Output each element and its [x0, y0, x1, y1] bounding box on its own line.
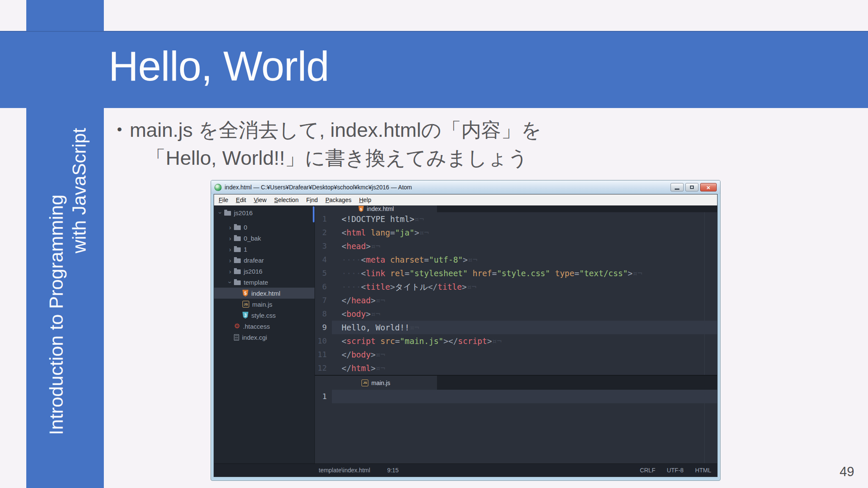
file-icon	[234, 334, 239, 341]
token-pln: <!DOCTYPE html>	[342, 214, 415, 224]
tree-item-label: 0_bak	[241, 235, 261, 242]
maximize-button[interactable]	[685, 183, 698, 191]
token-str: "style.css"	[497, 269, 550, 278]
line-content: </head>¤¬	[332, 294, 717, 307]
status-cursor-position[interactable]: 9:15	[387, 467, 398, 474]
code-line: 1<!DOCTYPE html>¤¬	[315, 212, 717, 226]
chevron-right-icon[interactable]: ›	[226, 246, 234, 253]
token-pun: =	[405, 269, 409, 278]
sidebar-course-title-line2: with JavaScript	[69, 128, 90, 253]
code-line: 1	[315, 390, 717, 403]
tree-item-0-bak[interactable]: ›0_bak	[214, 233, 314, 244]
atom-window: index.html — C:¥Users¥Drafear¥Desktop¥sc…	[211, 180, 721, 481]
token-pln	[385, 269, 390, 278]
token-inv: ¤¬	[633, 269, 643, 278]
tab-label: index.html	[367, 205, 394, 212]
token-pun: ></	[443, 336, 458, 346]
tree-item-js2016[interactable]: ›js2016	[214, 266, 314, 277]
token-pun: >	[371, 363, 376, 373]
window-titlebar[interactable]: index.html — C:¥Users¥Drafear¥Desktop¥sc…	[211, 180, 720, 194]
menu-edit[interactable]: Edit	[232, 197, 250, 203]
menu-file[interactable]: File	[215, 197, 232, 203]
token-pun: =	[390, 228, 395, 237]
token-pun: <	[361, 269, 366, 278]
status-utf-8[interactable]: UTF-8	[667, 467, 684, 474]
token-tag: html	[346, 228, 366, 237]
token-pun: >	[390, 282, 395, 291]
tree-item-label: 1	[241, 246, 247, 253]
line-number: 10	[315, 334, 332, 348]
token-attr: charset	[390, 255, 424, 264]
tree-item-style-css[interactable]: 3style.css	[214, 310, 314, 321]
minimize-button[interactable]	[670, 183, 684, 191]
tree-item-js2016[interactable]: ›js2016	[214, 207, 314, 218]
status-bar: template\index.html 9:15 CRLFUTF-8HTML	[214, 463, 717, 477]
token-tag: head	[351, 296, 371, 305]
menu-view[interactable]: View	[250, 197, 270, 203]
token-pun: >	[366, 309, 370, 319]
editor-pane-index-html: 5index.html1<!DOCTYPE html>¤¬2<html lang…	[315, 205, 717, 375]
line-number: 1	[315, 212, 332, 226]
chevron-right-icon[interactable]: ›	[226, 257, 234, 264]
status-crlf[interactable]: CRLF	[640, 467, 656, 474]
tree-item-main-js[interactable]: JSmain.js	[214, 299, 314, 310]
token-pln	[376, 336, 380, 346]
line-content: <!DOCTYPE html>¤¬	[332, 212, 717, 226]
css-file-icon: 3	[242, 312, 248, 319]
chevron-right-icon[interactable]: ›	[226, 235, 234, 242]
token-pun: >	[371, 296, 376, 305]
sidebar-course-title-line1: Introduction to Programming	[45, 194, 67, 435]
status-html[interactable]: HTML	[695, 467, 711, 474]
code-line: 11</body>¤¬	[315, 348, 717, 361]
token-inv: ¤¬	[467, 282, 476, 291]
line-content: </body>¤¬	[332, 348, 717, 361]
close-button[interactable]: ×	[700, 183, 717, 191]
token-tag: script	[458, 336, 487, 346]
token-inv: ¤¬	[492, 336, 502, 346]
tab-index-html[interactable]: 5index.html	[315, 205, 437, 212]
tree-item-1[interactable]: ›1	[214, 244, 314, 255]
js-file-icon: JS	[242, 301, 249, 308]
line-number: 12	[315, 361, 332, 375]
html-file-icon: 5	[242, 290, 248, 297]
code-editor[interactable]: 1	[315, 390, 717, 463]
gear-icon: ⚙	[234, 323, 240, 330]
code-line: 10<script src="main.js"></script>¤¬	[315, 334, 717, 348]
token-tag: head	[346, 241, 366, 251]
line-content: </html>¤¬	[332, 361, 717, 375]
token-pun: >	[366, 241, 370, 251]
menu-help[interactable]: Help	[355, 197, 375, 203]
code-editor[interactable]: 1<!DOCTYPE html>¤¬2<html lang="ja">¤¬3<h…	[315, 212, 717, 375]
tab-label: main.js	[371, 380, 390, 386]
slide: Hello, World Introduction to Programming…	[0, 0, 868, 488]
menu-packages[interactable]: Packages	[322, 197, 356, 203]
token-pun: >	[415, 228, 419, 237]
tree-item-index-cgi[interactable]: index.cgi	[214, 332, 314, 343]
token-dot: ····	[342, 269, 361, 278]
token-inv: ¤¬	[371, 309, 381, 319]
chevron-right-icon[interactable]: ›	[226, 268, 234, 275]
menu-find[interactable]: Find	[302, 197, 321, 203]
window-title: index.html — C:¥Users¥Drafear¥Desktop¥sc…	[225, 184, 670, 191]
chevron-down-icon[interactable]: ›	[217, 209, 224, 216]
token-pln	[385, 255, 390, 264]
token-pun: >	[628, 269, 632, 278]
tab-main-js[interactable]: JSmain.js	[315, 376, 437, 390]
tree-item-index-html[interactable]: 5index.html	[214, 288, 314, 299]
token-txt: Hello, World!!	[342, 323, 409, 332]
token-str: "main.js"	[400, 336, 443, 346]
status-file-path[interactable]: template\index.html	[319, 467, 370, 474]
tree-item--htaccess[interactable]: ⚙.htaccess	[214, 321, 314, 332]
chevron-right-icon[interactable]: ›	[226, 224, 234, 231]
token-str: "stylesheet"	[409, 269, 467, 278]
page-title: Hello, World	[108, 42, 329, 90]
menu-selection[interactable]: Selection	[270, 197, 303, 203]
token-pln	[550, 269, 555, 278]
line-content: ····<meta charset="utf-8">¤¬	[332, 253, 717, 266]
token-tag: html	[351, 363, 371, 373]
tree-item-drafear[interactable]: ›drafear	[214, 255, 314, 266]
tree-item-0[interactable]: ›0	[214, 222, 314, 233]
token-tag: link	[366, 269, 385, 278]
tree-item-template[interactable]: ›template	[214, 277, 314, 288]
chevron-down-icon[interactable]: ›	[227, 278, 234, 286]
